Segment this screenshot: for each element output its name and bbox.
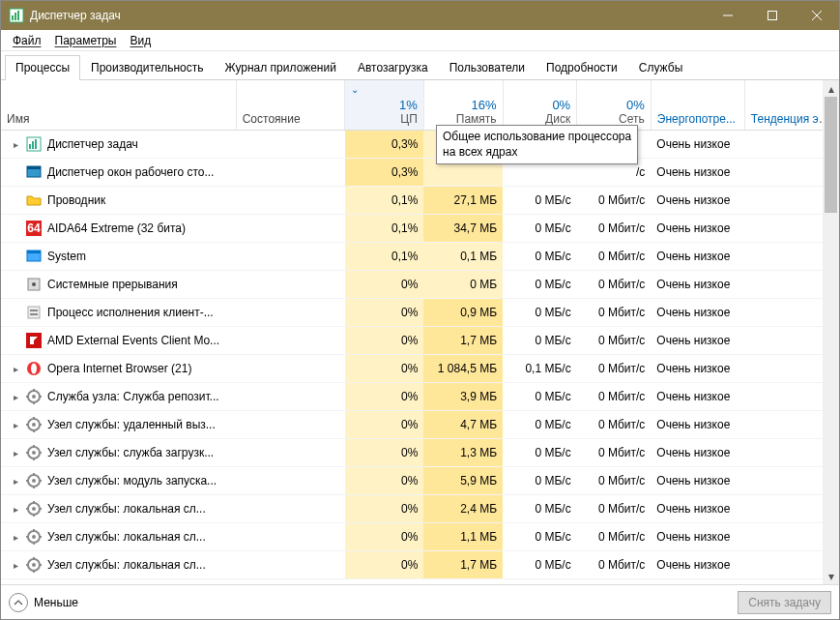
table-row[interactable]: ▸Узел службы: локальная сл...0%2,4 МБ0 М… [1, 495, 839, 523]
memory-cell: 1,7 МБ [423, 327, 503, 355]
process-name: Системные прерывания [47, 278, 178, 291]
col-name[interactable]: Имя [1, 80, 236, 131]
expand-chevron-icon[interactable]: ▸ [11, 139, 20, 150]
network-cell: 0 Мбит/с [577, 243, 652, 271]
col-memory[interactable]: 16%Память [423, 80, 503, 131]
col-power[interactable]: Энергопотре... [651, 80, 744, 131]
power-cell: Очень низкое [651, 383, 744, 411]
memory-cell: 0,9 МБ [423, 299, 503, 327]
status-cell [236, 187, 344, 215]
table-row[interactable]: ▸Узел службы: служба загрузк...0%1,3 МБ0… [1, 439, 839, 467]
tab-services[interactable]: Службы [628, 55, 693, 80]
cpu-cell: 0% [345, 467, 424, 495]
table-row[interactable]: ▸Диспетчер задач0,3%Очень низкое [1, 131, 839, 159]
power-cell: Очень низкое [651, 187, 744, 215]
svg-rect-11 [35, 139, 37, 149]
svg-point-39 [32, 451, 36, 455]
svg-text:64: 64 [27, 221, 41, 235]
process-name: AIDA64 Extreme (32 бита) [47, 221, 186, 235]
col-disk[interactable]: 0%Диск [503, 80, 577, 131]
minimize-button[interactable] [706, 1, 750, 30]
power-cell: Очень низкое [651, 299, 744, 327]
scroll-down-icon[interactable]: ▾ [823, 568, 839, 584]
svg-point-45 [32, 479, 36, 483]
expand-chevron-icon[interactable]: ▸ [11, 476, 20, 487]
table-row[interactable]: ▸Узел службы: удаленный выз...0%4,7 МБ0 … [1, 411, 839, 439]
titlebar[interactable]: Диспетчер задач [1, 1, 839, 30]
expand-chevron-icon[interactable]: ▸ [11, 448, 20, 458]
scroll-thumb[interactable] [825, 97, 837, 213]
svg-point-63 [32, 563, 36, 567]
process-icon [26, 305, 42, 320]
status-cell [236, 299, 344, 327]
tab-users[interactable]: Пользователи [439, 55, 536, 80]
table-row[interactable]: Проводник0,1%27,1 МБ0 МБ/с0 Мбит/сОчень … [1, 187, 839, 215]
svg-rect-2 [14, 13, 16, 20]
menu-view[interactable]: Вид [124, 32, 157, 49]
table-row[interactable]: ▸Узел службы: модуль запуска...0%5,9 МБ0… [1, 467, 839, 495]
taskmgr-icon [26, 136, 42, 152]
svg-rect-3 [17, 11, 19, 20]
tab-startup[interactable]: Автозагрузка [347, 55, 439, 80]
power-cell: Очень низкое [651, 551, 744, 579]
power-cell: Очень низкое [651, 523, 744, 551]
svg-point-19 [32, 282, 36, 286]
power-cell: Очень низкое [651, 243, 744, 271]
maximize-button[interactable] [750, 1, 795, 30]
tab-processes[interactable]: Процессы [5, 55, 80, 80]
expand-chevron-icon[interactable]: ▸ [11, 420, 20, 430]
network-cell: 0 Мбит/с [577, 187, 652, 215]
fewer-details-button[interactable]: Меньше [9, 593, 730, 612]
close-button[interactable] [795, 1, 839, 30]
status-cell [236, 327, 344, 355]
table-row[interactable]: Диспетчер окон рабочего сто...0,3%/сОчен… [1, 159, 839, 187]
svg-rect-22 [30, 313, 38, 315]
expand-chevron-icon[interactable]: ▸ [11, 364, 20, 374]
col-network[interactable]: 0%Сеть [577, 80, 652, 131]
expand-chevron-icon[interactable]: ▸ [11, 532, 20, 543]
svg-point-57 [32, 535, 36, 539]
cpu-tooltip: Общее использование процессора на всех я… [436, 125, 638, 164]
expand-chevron-icon[interactable]: ▸ [11, 392, 20, 402]
svg-rect-1 [12, 15, 14, 20]
col-status[interactable]: Состояние [236, 80, 344, 131]
table-row[interactable]: AMD External Events Client Mo...0%1,7 МБ… [1, 327, 839, 355]
table-row[interactable]: Процесс исполнения клиент-...0%0,9 МБ0 М… [1, 299, 839, 327]
end-task-button[interactable]: Снять задачу [738, 591, 831, 614]
expand-chevron-icon[interactable]: ▸ [11, 504, 20, 515]
tab-details[interactable]: Подробности [536, 55, 628, 80]
network-cell: 0 Мбит/с [577, 467, 652, 495]
sort-arrow-icon: ⌄ [351, 84, 359, 95]
svc-icon [26, 529, 42, 545]
network-cell: 0 Мбит/с [577, 355, 652, 383]
memory-cell: 1,3 МБ [423, 439, 503, 467]
cpu-cell: 0% [345, 495, 424, 523]
menu-options[interactable]: Параметры [49, 32, 123, 49]
svg-rect-17 [27, 251, 41, 253]
vertical-scrollbar[interactable]: ▴ ▾ [823, 80, 839, 584]
table-row[interactable]: ▸Узел службы: локальная сл...0%1,7 МБ0 М… [1, 551, 839, 579]
status-cell [236, 551, 344, 579]
table-row[interactable]: ▸Opera Internet Browser (21)0%1 084,5 МБ… [1, 355, 839, 383]
status-cell [236, 439, 344, 467]
aida-icon: 64 [26, 221, 42, 236]
table-row[interactable]: Системные прерывания0%0 МБ0 МБ/с0 Мбит/с… [1, 271, 839, 299]
tab-performance[interactable]: Производительность [80, 55, 214, 80]
expand-chevron-icon[interactable]: ▸ [11, 560, 20, 571]
tab-apphistory[interactable]: Журнал приложений [215, 55, 347, 80]
cpu-cell: 0% [345, 355, 424, 383]
power-cell: Очень низкое [651, 131, 744, 159]
disk-cell: 0 МБ/с [503, 523, 577, 551]
table-row[interactable]: System0,1%0,1 МБ0 МБ/с0 Мбит/сОчень низк… [1, 243, 839, 271]
table-row[interactable]: ▸Служба узла: Служба репозит...0%3,9 МБ0… [1, 383, 839, 411]
svg-rect-10 [32, 141, 34, 149]
process-name: Opera Internet Browser (21) [47, 362, 191, 375]
menu-file[interactable]: Файл [7, 32, 47, 49]
scroll-up-icon[interactable]: ▴ [823, 80, 839, 97]
process-name: Узел службы: удаленный выз... [47, 418, 216, 431]
col-cpu[interactable]: ⌄1%ЦП [345, 80, 424, 131]
svg-point-33 [32, 423, 36, 427]
table-row[interactable]: 64AIDA64 Extreme (32 бита)0,1%34,7 МБ0 М… [1, 215, 839, 243]
status-cell [236, 131, 344, 159]
table-row[interactable]: ▸Узел службы: локальная сл...0%1,1 МБ0 М… [1, 523, 839, 551]
